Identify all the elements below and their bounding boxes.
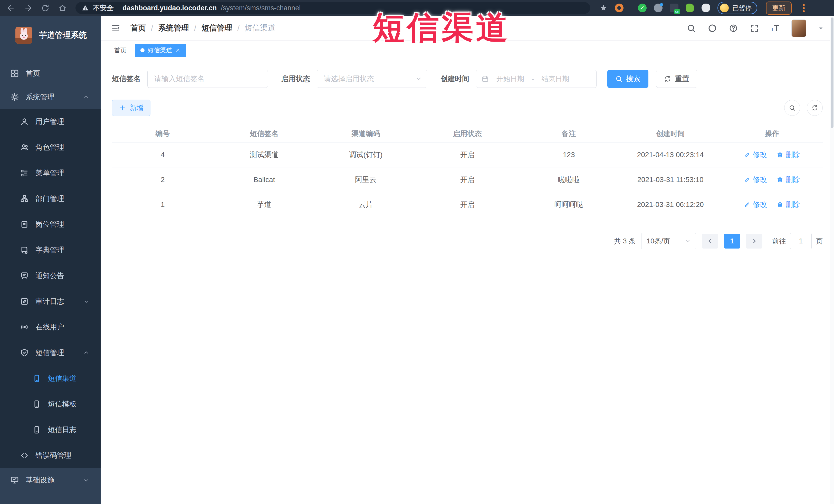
chevron-down-icon	[415, 75, 422, 82]
extension-people-icon[interactable]	[654, 4, 662, 12]
cell-create-time: 2021-03-31 06:12:20	[620, 200, 721, 209]
back-icon[interactable]	[7, 4, 15, 12]
browser-toolbar: 不安全 dashboard.yudao.iocoder.cn/system/sm…	[0, 0, 834, 16]
sidebar-item-notice[interactable]: 通知公告	[0, 263, 101, 289]
help-icon[interactable]	[729, 24, 738, 33]
end-date-input[interactable]	[536, 75, 574, 83]
tag-sms-channel[interactable]: 短信渠道	[135, 44, 186, 57]
scrollbar-thumb[interactable]	[831, 18, 833, 128]
header-search-icon[interactable]	[687, 24, 696, 33]
breadcrumb-item[interactable]: 短信管理	[201, 23, 232, 34]
table-toolbar: 新增	[112, 100, 823, 116]
extension-orange-icon[interactable]	[615, 4, 623, 12]
sidebar-item-sms-template[interactable]: 短信模板	[0, 391, 101, 417]
add-button[interactable]: 新增	[112, 100, 150, 116]
sidebar-item-user-mgmt[interactable]: 用户管理	[0, 109, 101, 134]
sidebar-item-error-code[interactable]: 错误码管理	[0, 443, 101, 468]
breadcrumb-separator: /	[238, 24, 240, 32]
goto-page-input[interactable]	[790, 233, 812, 249]
github-icon[interactable]	[708, 24, 717, 33]
emoji-icon	[720, 4, 729, 12]
status-select[interactable]	[317, 70, 427, 88]
date-range-picker[interactable]: -	[476, 70, 596, 88]
cell-remark: 啦啦啦	[518, 175, 620, 184]
url-bar[interactable]: 不安全 dashboard.yudao.iocoder.cn/system/sm…	[75, 2, 590, 14]
sign-input[interactable]	[147, 70, 268, 88]
column-header: 创建时间	[620, 129, 721, 139]
page-size-select[interactable]: 10条/页	[641, 233, 696, 249]
tags-view-bar: 首页 短信渠道	[101, 41, 834, 60]
cell-status: 开启	[417, 150, 518, 160]
edit-link[interactable]: 修改	[744, 200, 767, 210]
security-label[interactable]: 不安全	[93, 3, 114, 13]
sidebar-item-infrastructure[interactable]: 基础设施	[0, 468, 101, 492]
sms-channel-table: 编号 短信签名 渠道编码 启用状态 备注 创建时间 操作 4 测试渠道 调试(钉…	[112, 125, 823, 217]
sidebar-fold-icon[interactable]	[111, 23, 120, 33]
forward-icon[interactable]	[24, 4, 32, 12]
sidebar-item-role-mgmt[interactable]: 角色管理	[0, 134, 101, 160]
avatar[interactable]	[791, 20, 806, 37]
edit-link[interactable]: 修改	[744, 175, 767, 184]
reload-icon[interactable]	[41, 4, 49, 12]
edit-link[interactable]: 修改	[744, 150, 767, 160]
toggle-search-button[interactable]	[784, 100, 800, 116]
url-domain: dashboard.yudao.iocoder.cn	[123, 4, 217, 12]
sidebar-item-menu-mgmt[interactable]: 菜单管理	[0, 160, 101, 186]
cell-remark: 123	[518, 151, 620, 159]
delete-link[interactable]: 删除	[777, 150, 800, 160]
sign-label: 短信签名	[112, 74, 141, 84]
pagination: 共 3 条 10条/页 1 前往 页	[112, 233, 823, 249]
sidebar-item-post-mgmt[interactable]: 岗位管理	[0, 212, 101, 237]
status-select-input[interactable]	[317, 70, 427, 88]
close-icon[interactable]	[175, 48, 180, 53]
delete-link[interactable]: 删除	[777, 175, 800, 184]
not-secure-warning-icon	[82, 4, 89, 12]
tree-table-icon	[20, 169, 29, 177]
sidebar-item-home[interactable]: 首页	[0, 62, 101, 85]
paused-extension-pill[interactable]: 已暂停	[718, 2, 757, 14]
bookmark-star-icon[interactable]	[599, 4, 608, 12]
url-path: /system/sms/sms-channel	[221, 4, 301, 12]
cell-signature: Ballcat	[214, 176, 315, 184]
sidebar-item-dict-mgmt[interactable]: 字典管理	[0, 237, 101, 263]
prev-page-button[interactable]	[702, 234, 718, 248]
sidebar-item-sms-channel[interactable]: 短信渠道	[0, 366, 101, 391]
extension-check-icon[interactable]: ✓	[638, 4, 646, 12]
update-browser-button[interactable]: 更新	[766, 2, 792, 15]
sidebar-item-system-mgmt[interactable]: 系统管理	[0, 85, 101, 109]
sidebar-item-label: 用户管理	[36, 117, 64, 127]
extension-switch-icon[interactable]	[670, 4, 678, 12]
next-page-button[interactable]	[746, 234, 762, 248]
scrollbar[interactable]	[830, 16, 834, 504]
font-size-icon[interactable]: тT	[771, 23, 780, 33]
delete-link[interactable]: 删除	[777, 200, 800, 210]
home-icon[interactable]	[58, 4, 67, 12]
sms-shield-icon	[20, 348, 29, 357]
current-page-button[interactable]: 1	[724, 234, 740, 248]
sidebar-item-sms-log[interactable]: 短信日志	[0, 417, 101, 443]
reset-button[interactable]: 重置	[656, 70, 697, 88]
browser-menu-icon[interactable]	[803, 4, 805, 12]
start-date-input[interactable]	[491, 75, 530, 83]
cell-operations: 修改 删除	[721, 175, 823, 184]
sidebar-item-online-users[interactable]: 在线用户	[0, 314, 101, 340]
extension-green-icon[interactable]	[686, 4, 694, 12]
active-dot-icon	[140, 48, 145, 52]
sidebar-item-label: 角色管理	[36, 143, 64, 152]
breadcrumb-item[interactable]: 系统管理	[158, 23, 189, 34]
tag-home[interactable]: 首页	[109, 44, 132, 57]
cell-channel-code: 云片	[315, 200, 417, 210]
refresh-table-button[interactable]	[807, 100, 823, 116]
caret-down-icon[interactable]	[818, 25, 824, 31]
sidebar-item-audit-log[interactable]: 审计日志	[0, 289, 101, 314]
users-icon	[20, 143, 29, 152]
search-button[interactable]: 搜索	[607, 70, 649, 88]
sidebar-item-dept-mgmt[interactable]: 部门管理	[0, 186, 101, 212]
chevron-up-icon	[83, 94, 89, 100]
column-header: 操作	[721, 129, 823, 139]
extension-ghost-icon[interactable]	[702, 4, 710, 12]
sidebar-item-sms-mgmt[interactable]: 短信管理	[0, 340, 101, 366]
breadcrumb-item[interactable]: 首页	[130, 23, 146, 34]
cell-channel-code: 阿里云	[315, 175, 417, 184]
fullscreen-icon[interactable]	[750, 24, 759, 33]
